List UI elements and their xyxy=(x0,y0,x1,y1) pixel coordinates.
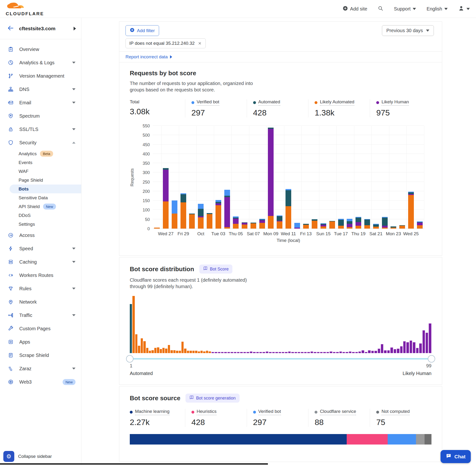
sidebar-item-network[interactable]: Network xyxy=(0,295,81,308)
sidebar-item-api-shield[interactable]: API ShieldNew xyxy=(0,202,81,211)
histogram-bar-score-19 xyxy=(179,351,181,353)
slider-handle-min[interactable] xyxy=(126,355,134,363)
sidebar-item-scrape-shield[interactable]: Scrape Shield xyxy=(0,349,81,362)
stat-label[interactable]: Automated xyxy=(258,99,280,106)
x-tick-label: Wed 27 xyxy=(158,231,174,236)
collapse-sidebar[interactable]: ⚙ Collapse sidebar xyxy=(0,448,81,465)
stat-label[interactable]: Verified bot xyxy=(258,409,281,415)
back-arrow-icon[interactable] xyxy=(7,25,14,32)
bar-segment-verified-bot xyxy=(347,219,352,221)
bar-segment-automated xyxy=(277,216,282,221)
histogram-bar-score-84 xyxy=(381,344,383,353)
gridline xyxy=(153,154,424,154)
y-tick-label: 500 xyxy=(143,133,150,138)
sidebar-item-sensitive-data[interactable]: Sensitive Data xyxy=(0,193,81,202)
add-filter-button[interactable]: Add filter xyxy=(126,25,159,36)
stat-label[interactable]: Machine learning xyxy=(135,409,169,415)
slider-track[interactable] xyxy=(130,358,432,359)
sidebar-item-traffic[interactable]: Traffic xyxy=(0,308,81,322)
histogram-bar-score-79 xyxy=(365,352,367,353)
sidebar-item-speed[interactable]: Speed xyxy=(0,242,81,255)
sidebar-item-version-management[interactable]: Version Management xyxy=(0,69,81,83)
histogram-bar-score-21 xyxy=(184,349,186,353)
sidebar-item-dns[interactable]: DNS xyxy=(0,83,81,96)
source-segment-heuristics xyxy=(347,434,388,444)
date-range-select[interactable]: Previous 30 days xyxy=(382,25,434,36)
sidebar-item-security[interactable]: Security xyxy=(0,136,81,149)
sidebar-item-apps[interactable]: Apps xyxy=(0,335,81,349)
sidebar-item-custom-pages[interactable]: Custom Pages xyxy=(0,322,81,335)
sidebar-item-bots[interactable]: Bots xyxy=(10,185,81,193)
sidebar-item-label: WAF xyxy=(19,169,29,174)
sidebar-item-ssl-tls[interactable]: SSL/TLS xyxy=(0,123,81,136)
close-icon[interactable] xyxy=(198,41,202,45)
stat-label[interactable]: Likely Automated xyxy=(320,99,354,106)
bar-segment-likely-automated xyxy=(408,195,414,229)
bot-score-doc-badge[interactable]: Bot Score xyxy=(199,264,233,274)
legend-dot xyxy=(191,411,194,413)
sidebar-item-label: DNS xyxy=(19,87,66,92)
histogram-bar-score-56 xyxy=(291,352,294,353)
sidebar-item-page-shield[interactable]: Page Shield xyxy=(0,176,81,185)
gridline xyxy=(153,182,424,182)
histogram-bar-score-61 xyxy=(307,352,310,353)
y-axis: Requests 5505004504003503002502001501005… xyxy=(130,126,153,229)
source-segment-cloudflare-service xyxy=(416,434,424,444)
gridline xyxy=(319,126,319,229)
gear-icon[interactable]: ⚙ xyxy=(3,451,14,462)
support-menu[interactable]: Support xyxy=(394,6,416,12)
bar-segment-likely-human xyxy=(417,223,423,225)
x-tick-label: Sun 15 xyxy=(316,231,330,236)
bar-segment-likely-automated xyxy=(207,214,212,229)
sidebar-item-settings[interactable]: Settings xyxy=(0,220,81,229)
sidebar-item-zaraz[interactable]: Zaraz xyxy=(0,362,81,375)
stacked-bar xyxy=(180,193,186,229)
sidebar-item-caching[interactable]: Caching xyxy=(0,255,81,269)
bot-score-source-card: Bot score source Bot score generation Ma… xyxy=(119,386,442,462)
sidebar-item-ddos[interactable]: DDoS xyxy=(0,211,81,220)
sidebar-item-analytics[interactable]: AnalyticsBeta xyxy=(0,149,81,158)
chevron-right-icon[interactable] xyxy=(74,27,76,31)
search-button[interactable] xyxy=(378,5,383,12)
histogram-bar-score-17 xyxy=(173,350,176,353)
sidebar-item-waf[interactable]: WAF xyxy=(0,167,81,176)
chevron-down-icon xyxy=(72,261,75,263)
bar-segment-automated xyxy=(364,220,370,225)
sidebar-item-analytics-logs[interactable]: Analytics & Logs xyxy=(0,56,81,69)
sidebar-item-email[interactable]: Email xyxy=(0,96,81,109)
account-menu[interactable] xyxy=(458,5,470,13)
language-menu[interactable]: English xyxy=(426,6,448,12)
histogram-bar-score-47 xyxy=(262,352,265,353)
sidebar-item-overview[interactable]: Overview xyxy=(0,43,81,56)
stat-label[interactable]: Not computed xyxy=(381,409,410,415)
gridline xyxy=(301,126,302,229)
bot-score-generation-doc-badge[interactable]: Bot score generation xyxy=(186,394,239,403)
stat-label[interactable]: Cloudflare service xyxy=(320,409,356,415)
add-site-button[interactable]: Add site xyxy=(343,6,367,12)
stat-label[interactable]: Verified bot xyxy=(197,99,219,106)
bar-segment-likely-automated xyxy=(399,226,405,229)
x-tick-label: Sat 07 xyxy=(247,231,260,236)
sidebar-item-web3[interactable]: Web3New xyxy=(0,375,81,389)
slider-handle-max[interactable] xyxy=(428,355,435,363)
stacked-bar xyxy=(303,224,309,229)
chat-button[interactable]: Chat xyxy=(441,450,471,463)
sidebar-item-events[interactable]: Events xyxy=(0,158,81,167)
legend-dot xyxy=(376,411,379,413)
stat-label[interactable]: Likely Human xyxy=(381,99,409,106)
bar-segment-likely-automated xyxy=(215,205,221,229)
sidebar-item-workers-routes[interactable]: Workers Routes xyxy=(0,269,81,282)
bar-segment-verified-bot xyxy=(198,204,204,209)
report-incorrect-data-link[interactable]: Report incorrect data xyxy=(126,54,172,60)
sidebar-item-rules[interactable]: Rules xyxy=(0,282,81,295)
filter-chip[interactable]: IP does not equal 35.212.240.32 xyxy=(126,38,206,48)
sidebar-item-access[interactable]: Access xyxy=(0,229,81,242)
histogram-bar-score-34 xyxy=(221,352,224,353)
bar-segment-automated xyxy=(198,209,204,216)
stacked-bar xyxy=(259,219,265,229)
stat-label[interactable]: Heuristics xyxy=(197,409,216,415)
cloudflare-dashboard: CLOUDFLARE Add site Support English xyxy=(0,0,476,465)
spectrum-icon xyxy=(8,113,14,119)
bar-segment-automated xyxy=(382,218,388,226)
sidebar-item-spectrum[interactable]: Spectrum xyxy=(0,109,81,123)
